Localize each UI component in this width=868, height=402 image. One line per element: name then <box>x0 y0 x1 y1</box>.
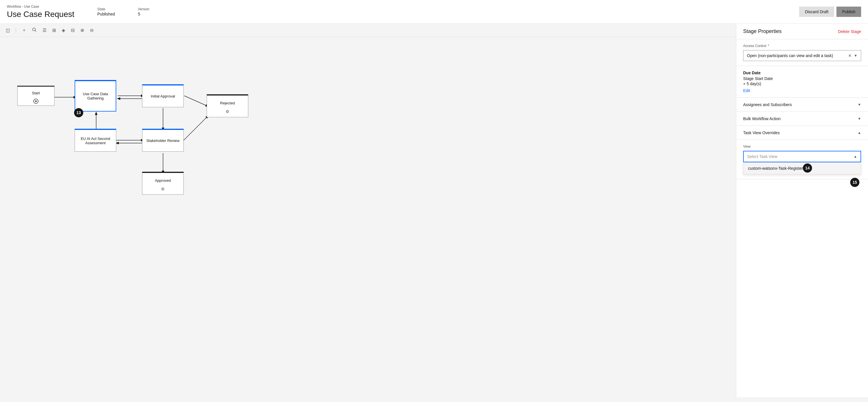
initial-approval-node[interactable]: Initial Approval <box>142 84 184 107</box>
toolbar-separator-1 <box>16 28 16 33</box>
discard-draft-button[interactable]: Discard Draft <box>799 7 834 17</box>
state-group: State Published <box>97 7 115 16</box>
badge-13: 13 <box>74 108 83 117</box>
stakeholder-review-label: Stakeholder Review <box>144 136 182 145</box>
main-content: ◫ ＋ ☰ ⊞ ◈ ⊟ ⊕ ⊖ <box>0 24 868 397</box>
align-icon[interactable]: ☰ <box>41 26 48 34</box>
version-group: Version 5 <box>138 7 150 16</box>
select-task-view-input[interactable]: Select Task View ▲ <box>743 151 861 162</box>
access-control-select[interactable]: Open (non-participants can view and edit… <box>743 50 861 61</box>
task-view-overrides-section: Task View Overrides ▲ View Select Task V… <box>736 126 868 179</box>
chevron-down-icon: ▼ <box>854 54 857 58</box>
header-meta: State Published Version 5 <box>97 7 150 16</box>
eu-ai-act-node[interactable]: EU AI Act Second Assessment <box>74 129 116 152</box>
zoom-in-icon[interactable]: ⊕ <box>79 26 85 34</box>
svg-point-0 <box>33 28 36 31</box>
bulk-workflow-section: Bulk Workflow Action ▼ <box>736 112 868 126</box>
rejected-node[interactable]: Rejected ⚙ <box>207 94 248 117</box>
use-case-data-gathering-node[interactable]: Use Case Data Gathering <box>74 80 116 111</box>
header-left: Workflow - Use Case Use Case Request <box>7 5 74 19</box>
due-date-label: Due Date <box>743 71 861 75</box>
select-task-view-chevron: ▲ <box>854 155 857 159</box>
assignees-title: Assignees and Subscribers <box>743 102 792 107</box>
assignees-section: Assignees and Subscribers ▼ <box>736 98 868 112</box>
edit-due-date-link[interactable]: Edit <box>743 88 750 93</box>
version-label: Version <box>138 7 150 11</box>
view-label: View <box>743 144 861 148</box>
task-view-overrides-title: Task View Overrides <box>743 130 780 135</box>
breadcrumb: Workflow - Use Case <box>7 5 74 9</box>
badge-14: 14 <box>803 163 812 173</box>
publish-button[interactable]: Publish <box>836 7 861 17</box>
start-icon <box>33 99 38 104</box>
task-view-collapse-icon: ▲ <box>858 131 861 135</box>
canvas-area: ◫ ＋ ☰ ⊞ ◈ ⊟ ⊕ ⊖ <box>0 24 736 397</box>
grid-icon[interactable]: ⊞ <box>51 26 57 34</box>
stakeholder-review-node[interactable]: Stakeholder Review <box>142 129 184 152</box>
approved-label: Approved <box>153 176 174 185</box>
due-date-section: Due Date Stage Start Date + 5 day(s) Edi… <box>736 66 868 98</box>
task-view-header[interactable]: Task View Overrides ▲ <box>736 126 868 140</box>
svg-line-7 <box>184 116 208 140</box>
rejected-settings-icon[interactable]: ⚙ <box>226 109 229 114</box>
select-icons: ✕ ▼ <box>848 53 857 58</box>
select-task-view-placeholder: Select Task View <box>747 154 777 159</box>
top-header: Workflow - Use Case Use Case Request Sta… <box>0 0 868 24</box>
state-label: State <box>97 7 115 11</box>
bulk-workflow-expand-icon: ▼ <box>858 117 861 121</box>
clear-icon[interactable]: ✕ <box>848 53 851 58</box>
access-control-label: Access Control * <box>743 44 861 48</box>
panel-header: Stage Properties Delete Stage <box>736 24 868 39</box>
assignees-header[interactable]: Assignees and Subscribers ▼ <box>736 98 868 111</box>
select-task-view-wrapper: Select Task View ▲ custom-watsonx-Task-R… <box>743 151 861 174</box>
initial-approval-label: Initial Approval <box>148 92 177 101</box>
task-view-dropdown: custom-watsonx-Task-Register <box>743 162 861 174</box>
svg-line-1 <box>35 30 36 32</box>
version-value: 5 <box>138 12 150 16</box>
task-view-content: View Select Task View ▲ custom-watsonx-T… <box>736 140 868 179</box>
header-actions: Discard Draft Publish <box>799 7 861 17</box>
start-node-label: Start <box>30 89 42 98</box>
panel-title: Stage Properties <box>743 28 782 34</box>
access-control-value: Open (non-participants can view and edit… <box>747 53 833 58</box>
eu-ai-act-label: EU AI Act Second Assessment <box>75 134 116 147</box>
sidebar-toggle-icon[interactable]: ◫ <box>5 26 11 34</box>
bulk-workflow-title: Bulk Workflow Action <box>743 116 780 121</box>
required-asterisk: * <box>768 44 769 48</box>
state-value: Published <box>97 12 115 16</box>
use-case-node-label: Use Case Data Gathering <box>75 90 116 103</box>
svg-line-5 <box>184 96 208 106</box>
access-control-section: Access Control * Open (non-participants … <box>736 39 868 66</box>
canvas-toolbar: ◫ ＋ ☰ ⊞ ◈ ⊟ ⊕ ⊖ <box>0 24 736 37</box>
search-tool-icon[interactable] <box>31 26 38 34</box>
right-panel: Stage Properties Delete Stage Access Con… <box>736 24 868 397</box>
approved-settings-icon[interactable]: ⚙ <box>161 187 165 191</box>
page-title: Use Case Request <box>7 10 74 19</box>
zoom-out-icon[interactable]: ⊖ <box>89 26 95 34</box>
approved-node[interactable]: Approved ⚙ <box>142 172 184 195</box>
dropdown-item-watsonx[interactable]: custom-watsonx-Task-Register <box>743 163 861 174</box>
rejected-label: Rejected <box>218 99 237 107</box>
workflow-canvas: Start Use Case Data Gathering Initial Ap… <box>0 37 736 396</box>
bulk-workflow-header[interactable]: Bulk Workflow Action ▼ <box>736 112 868 126</box>
delete-stage-button[interactable]: Delete Stage <box>838 29 861 34</box>
diamond-icon[interactable]: ◈ <box>61 26 66 34</box>
add-icon[interactable]: ＋ <box>21 26 28 34</box>
start-node[interactable]: Start <box>17 86 55 106</box>
table-icon[interactable]: ⊟ <box>70 26 76 34</box>
assignees-expand-icon: ▼ <box>858 103 861 107</box>
due-date-value: Stage Start Date <box>743 76 861 81</box>
badge-15: 15 <box>850 178 859 187</box>
due-date-offset: + 5 day(s) <box>743 81 861 86</box>
